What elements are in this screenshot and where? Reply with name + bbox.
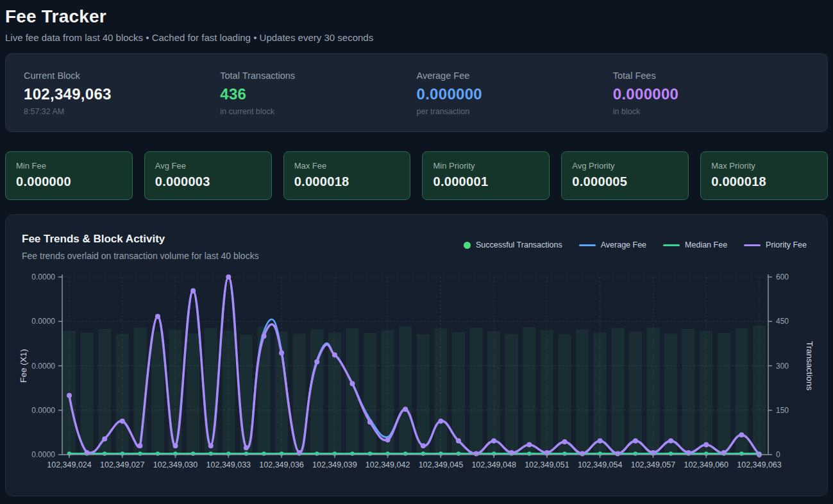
chart-gridlines [62,277,768,455]
fee-summary-row: Min Fee 0.000000 Avg Fee 0.000003 Max Fe… [5,151,828,200]
svg-text:102,349,024: 102,349,024 [47,460,92,469]
stat-total-transactions: Total Transactions 436 in current block [220,71,416,116]
fee-card-avg-fee: Avg Fee 0.000003 [144,151,272,200]
legend-label: Median Fee [685,240,727,249]
fee-card-value: 0.000000 [16,174,122,189]
fee-card-value: 0.000018 [711,174,817,189]
svg-text:0.0000: 0.0000 [31,362,55,371]
legend-label: Priority Fee [766,240,807,249]
svg-text:600: 600 [776,273,789,281]
svg-text:0.0000: 0.0000 [31,317,55,326]
svg-text:102,349,048: 102,349,048 [471,460,516,469]
svg-text:150: 150 [776,406,789,415]
fee-card-value: 0.000018 [294,174,400,189]
svg-text:102,349,057: 102,349,057 [631,460,676,469]
fee-card-value: 0.000001 [433,174,539,189]
chart-title: Fee Trends & Block Activity [22,233,259,246]
page-title: Fee Tracker [5,6,828,27]
legend-label: Successful Transactions [476,240,562,249]
legend-item-median-fee[interactable]: Median Fee [663,240,727,249]
chart-header: Fee Trends & Block Activity Fee trends o… [22,233,259,261]
svg-text:0: 0 [776,450,780,459]
stat-label: Average Fee [417,71,613,81]
svg-text:300: 300 [776,362,789,371]
stat-average-fee: Average Fee 0.000000 per transaction [417,71,613,116]
stat-value: 0.000000 [417,85,613,103]
chart-legend: Successful Transactions Average Fee Medi… [464,240,807,249]
svg-text:102,349,027: 102,349,027 [100,460,145,469]
stat-total-fees: Total Fees 0.000000 in block [613,71,809,116]
fee-card-label: Max Fee [294,161,400,171]
svg-text:0.0000: 0.0000 [31,450,55,459]
fee-card-label: Max Priority [711,161,817,171]
svg-text:102,349,063: 102,349,063 [737,460,782,469]
svg-text:102,349,039: 102,349,039 [312,460,357,469]
legend-dot-icon [464,242,471,249]
stat-sub: 8:57:32 AM [24,107,220,116]
fee-card-label: Avg Priority [572,161,678,171]
legend-item-successful-transactions[interactable]: Successful Transactions [464,240,562,249]
svg-text:102,349,060: 102,349,060 [684,460,728,469]
stat-current-block: Current Block 102,349,063 8:57:32 AM [24,71,220,116]
svg-text:102,349,030: 102,349,030 [153,460,198,469]
svg-text:102,349,042: 102,349,042 [366,460,410,469]
legend-item-average-fee[interactable]: Average Fee [579,240,646,249]
fee-card-label: Min Fee [16,161,122,171]
fee-card-max-fee: Max Fee 0.000018 [283,151,411,200]
legend-line-icon [663,244,680,246]
stat-value: 0.000000 [613,85,809,103]
fee-card-value: 0.000003 [155,174,261,189]
legend-label: Average Fee [601,240,646,249]
svg-text:102,349,054: 102,349,054 [578,460,623,469]
chart-panel: Fee Trends & Block Activity Fee trends o… [5,214,828,496]
stat-label: Current Block [24,71,220,81]
legend-line-icon [579,244,596,246]
svg-text:102,349,051: 102,349,051 [525,460,569,469]
legend-line-icon [744,244,761,246]
stat-sub: in block [613,107,809,116]
stats-panel: Current Block 102,349,063 8:57:32 AM Tot… [5,53,828,132]
fee-card-max-priority: Max Priority 0.000018 [700,151,828,200]
fee-card-min-fee: Min Fee 0.000000 [5,151,133,200]
stat-label: Total Transactions [220,71,416,81]
chart-subtitle: Fee trends overlaid on transaction volum… [22,251,259,261]
fee-card-avg-priority: Avg Priority 0.000005 [561,151,689,200]
fee-card-label: Avg Fee [155,161,261,171]
svg-text:0.0000: 0.0000 [31,273,55,281]
transactions-axis-title: Transactions [805,341,814,391]
stat-sub: in current block [220,107,416,116]
fee-card-min-priority: Min Priority 0.000001 [422,151,550,200]
stat-value: 102,349,063 [24,85,220,103]
svg-text:102,349,036: 102,349,036 [259,460,304,469]
legend-item-priority-fee[interactable]: Priority Fee [744,240,807,249]
svg-text:102,349,045: 102,349,045 [419,460,464,469]
stat-value: 436 [220,85,416,103]
stat-sub: per transaction [417,107,613,116]
stat-label: Total Fees [613,71,809,81]
page-subtitle: Live fee data from last 40 blocks • Cach… [5,32,828,43]
fee-card-value: 0.000005 [572,174,678,189]
fee-axis-title: Fee (X1) [19,349,28,383]
svg-text:102,349,033: 102,349,033 [206,460,251,469]
fee-card-label: Min Priority [433,161,539,171]
svg-text:0.0000: 0.0000 [31,406,55,415]
svg-text:450: 450 [776,317,789,326]
